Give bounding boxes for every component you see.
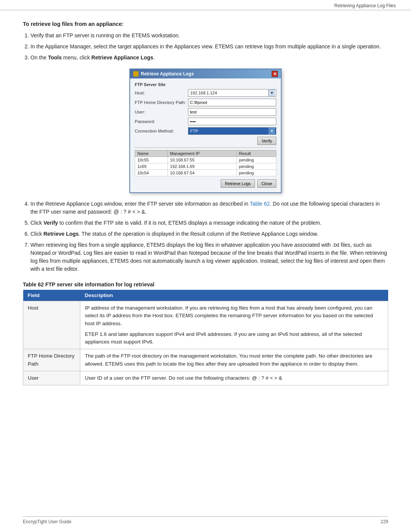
step-1: Verify that an FTP server is running on …	[30, 32, 388, 40]
step-2: In the Appliance Manager, select the tar…	[30, 43, 388, 51]
retrieve-logs-bold: Retrieve Appliance Logs	[91, 54, 153, 61]
ftp-path-input[interactable]	[188, 99, 276, 106]
user-control	[188, 108, 276, 116]
main-reference-table: Field Description Host IP address of the…	[23, 290, 388, 385]
dialog-box: Retrieve Appliance Logs ✕ FTP Server Sit…	[129, 69, 282, 193]
table-caption-text: Table 62 FTP server site information for…	[23, 281, 155, 288]
col-name: Name	[135, 150, 168, 157]
table-caption: Table 62 FTP server site information for…	[23, 281, 388, 288]
ftp-path-control	[188, 99, 276, 106]
step-5: Click Verify to confirm that the FTP sit…	[30, 219, 388, 227]
main-content: To retrieve log files from an appliance:…	[0, 10, 411, 408]
step-4: In the Retrieve Appliance Logs window, e…	[30, 200, 388, 216]
password-field: Password:	[135, 118, 276, 125]
top-bar: Retrieving Appliance Log Files	[0, 0, 411, 10]
connection-method-control: FTP ▼	[188, 127, 276, 135]
dialog-title-text: Retrieve Appliance Logs	[141, 71, 194, 77]
password-input[interactable]	[188, 118, 276, 125]
steps-list: Verify that an FTP server is running on …	[30, 32, 388, 62]
row3-ip: 10.168.67.54	[167, 170, 236, 176]
step-3: On the Tools menu, click Retrieve Applia…	[30, 54, 388, 62]
dialog-title-icon	[133, 71, 139, 77]
dialog-section-label: FTP Server Site	[135, 82, 276, 87]
section-heading: To retrieve log files from an appliance:	[23, 21, 388, 27]
dialog-inner-table: Name Management IP Result 10c55 10.168.6…	[135, 150, 276, 176]
field-user: User	[23, 371, 80, 385]
tools-bold: Tools	[48, 54, 62, 61]
dialog-body: FTP Server Site Host: 192.168.1.124 ▼ FT…	[130, 78, 281, 192]
row3-result: pending	[236, 170, 276, 176]
table-row: 10c55 10.168.67.55 pending	[135, 157, 276, 163]
verify-bold: Verify	[43, 220, 58, 226]
host-select[interactable]: 192.168.1.124 ▼	[188, 89, 276, 97]
col-mgmt-ip: Management IP	[167, 150, 236, 157]
row2-ip: 192.168.1.69	[167, 163, 236, 170]
host-label: Host:	[135, 91, 188, 95]
row1-result: pending	[236, 157, 276, 163]
desc-host: IP address of the management workstation…	[80, 301, 388, 349]
step-6: Click Retrieve Logs. The status of the o…	[30, 230, 388, 238]
col-description: Description	[80, 290, 388, 301]
dialog-close-button[interactable]: ✕	[272, 71, 278, 77]
close-button[interactable]: Close	[257, 179, 276, 188]
dialog-wrapper: Retrieve Appliance Logs ✕ FTP Server Sit…	[23, 69, 388, 193]
step-7: When retrieving log files from a single …	[30, 241, 388, 273]
ftp-path-field: FTP Home Directory Path:	[135, 99, 276, 106]
table-row: Host IP address of the management workst…	[23, 301, 388, 349]
col-field: Field	[23, 290, 80, 301]
user-label: User:	[135, 110, 188, 114]
retrieve-logs-button[interactable]: Retrieve Logs	[221, 179, 255, 188]
host-control: 192.168.1.124 ▼	[188, 89, 276, 97]
verify-row: Verify	[135, 137, 276, 145]
footer-right: 229	[381, 519, 388, 524]
col-result: Result	[236, 150, 276, 157]
connection-method-label: Connection Method:	[135, 129, 188, 133]
table-62-link[interactable]: Table 62	[250, 201, 270, 207]
host-arrow: ▼	[268, 89, 275, 96]
field-host: Host	[23, 301, 80, 349]
dialog-divider	[135, 147, 276, 148]
table-header-row: Field Description	[23, 290, 388, 301]
row2-result: pending	[236, 163, 276, 170]
row1-ip: 10.168.67.55	[167, 157, 236, 163]
table-row: FTP Home Directory Path The path of the …	[23, 349, 388, 371]
desc-user: User ID of a user on the FTP server. Do …	[80, 371, 388, 385]
steps-list-continued: In the Retrieve Appliance Logs window, e…	[30, 200, 388, 273]
host-field: Host: 192.168.1.124 ▼	[135, 89, 276, 97]
user-field: User:	[135, 108, 276, 116]
dialog-bottom-row: Retrieve Logs Close	[135, 179, 276, 188]
dialog-title-left: Retrieve Appliance Logs	[133, 71, 194, 77]
verify-button[interactable]: Verify	[257, 137, 276, 145]
footer-left: EncrypTight User Guide	[23, 519, 72, 524]
row1-name: 10c55	[135, 157, 168, 163]
connection-method-select[interactable]: FTP ▼	[188, 127, 276, 135]
row2-name: 1c69	[135, 163, 168, 170]
password-label: Password:	[135, 119, 188, 124]
password-control	[188, 118, 276, 125]
retrieve-logs-bold-2: Retrieve Logs	[43, 231, 79, 237]
ftp-path-label: FTP Home Directory Path:	[135, 100, 188, 105]
desc-ftp-path: The path of the FTP root directory on th…	[80, 349, 388, 371]
connection-method-field: Connection Method: FTP ▼	[135, 127, 276, 135]
row3-name: 10c54	[135, 170, 168, 176]
header-title: Retrieving Appliance Log Files	[335, 3, 396, 8]
table-row: 10c54 10.168.67.54 pending	[135, 170, 276, 176]
dialog-title-bar: Retrieve Appliance Logs ✕	[130, 69, 281, 78]
table-row: 1c69 192.168.1.69 pending	[135, 163, 276, 170]
user-input[interactable]	[188, 108, 276, 116]
field-ftp-path: FTP Home Directory Path	[23, 349, 80, 371]
footer: EncrypTight User Guide 229	[23, 516, 388, 524]
connection-arrow: ▼	[268, 128, 275, 134]
table-row: User User ID of a user on the FTP server…	[23, 371, 388, 385]
